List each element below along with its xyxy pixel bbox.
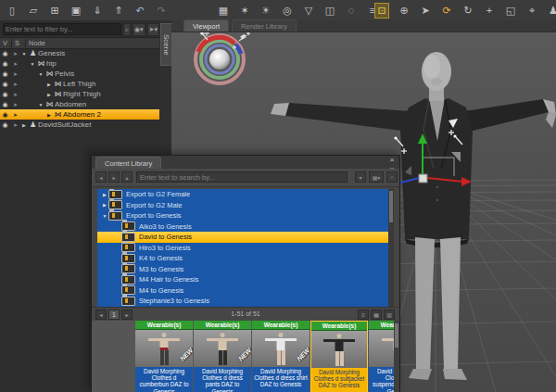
content-item[interactable]: Wearable(s)NEWDavid Morphing Clothes d c… (135, 321, 193, 392)
pointer-tool-icon[interactable]: ➤ (419, 4, 432, 18)
create-light-icon[interactable]: ✶ (238, 4, 251, 18)
figure-tool-icon[interactable]: ♟ (547, 4, 556, 18)
scene-node-hip[interactable]: ◉➤▼⋈hip (0, 58, 159, 69)
library-folder-stephanie3-to-genesis[interactable]: Stephanie3 to Genesis (97, 296, 388, 307)
library-folder-export-to-g2-female[interactable]: ▶Export to G2 Female (97, 189, 388, 200)
scene-search-icon[interactable]: ⌕ (123, 23, 131, 36)
pointer-icon[interactable]: ➤ (10, 121, 20, 128)
spotlight-icon[interactable]: ▽ (302, 4, 315, 18)
rotate-tool-icon[interactable]: ⟳ (440, 4, 453, 18)
pointer-icon[interactable]: ➤ (10, 50, 20, 57)
import-icon[interactable]: ⇓ (91, 4, 104, 18)
up-button[interactable]: ▴ (121, 171, 133, 183)
tab-viewport[interactable]: Viewport (183, 19, 229, 32)
library-folder-export-to-genesis[interactable]: ▼Export to Genesis (97, 210, 388, 221)
scene-node-davidsuitjacket[interactable]: ◉➤▶♟DavidSuitJacket (0, 120, 159, 130)
undo-icon[interactable]: ↶ (133, 4, 146, 18)
translate-tool-icon[interactable]: + (483, 4, 496, 18)
pointer-icon[interactable]: ➤ (10, 81, 20, 87)
eye-icon[interactable]: ◉ (0, 111, 10, 119)
library-folder-export-to-g2-male[interactable]: ▶Export to G2 Male (97, 200, 388, 211)
redo-icon[interactable]: ↷ (155, 4, 168, 18)
eye-icon[interactable]: ◉ (0, 50, 10, 57)
distant-light-icon[interactable]: ☀ (259, 4, 272, 18)
forward-button[interactable]: ▸ (108, 171, 120, 183)
column-selectable[interactable]: S (15, 39, 19, 47)
export-icon[interactable]: ⇑ (112, 4, 125, 18)
library-folder-david-to-genesis[interactable]: David to Genesis (97, 232, 388, 243)
expander-icon[interactable]: ▼ (37, 102, 44, 107)
scene-node-abdomen-2[interactable]: ◉➤▶⋈Abdomen 2 (0, 109, 159, 120)
new-file-icon[interactable]: ▯ (6, 4, 19, 18)
library-folder-k4-to-genesis[interactable]: K4 to Genesis (97, 253, 388, 264)
pointer-icon[interactable]: ➤ (10, 111, 20, 118)
create-camera-icon[interactable]: ▦ (217, 4, 230, 18)
eye-icon[interactable]: ◉ (0, 121, 10, 129)
grid-view-button[interactable]: ▦ (371, 310, 382, 320)
eye-icon[interactable]: ◉ (0, 81, 10, 88)
scene-node-abdomen[interactable]: ◉➤▼⋈Abdomen (0, 99, 159, 109)
library-folder-m4-hair-to-genesis[interactable]: M4 Hair to Genesis (97, 274, 388, 285)
content-item[interactable]: Wearable(s)NEWDavid Morphing Clothes d d… (194, 321, 251, 392)
geometry-selection-tool-icon[interactable]: ⊕ (398, 4, 411, 18)
scene-node-left-thigh[interactable]: ◉➤▶⋈Left Thigh (0, 79, 159, 89)
node-selection-tool-icon[interactable]: ⊡ (374, 3, 389, 19)
save-icon[interactable]: ▣ (70, 4, 82, 18)
merge-file-icon[interactable]: ⊞ (48, 4, 61, 18)
expander-icon[interactable]: ▼ (101, 213, 108, 219)
items-scrollbar[interactable] (394, 321, 399, 392)
expander-icon[interactable]: ▶ (45, 82, 53, 87)
library-folder-hiro3-to-genesis[interactable]: Hiro3 to Genesis (97, 243, 388, 254)
open-file-icon[interactable]: ▱ (27, 4, 40, 18)
filter-dropdown-icon[interactable]: ▾ (355, 171, 366, 183)
camera-icon[interactable]: ◫ (323, 4, 336, 18)
expander-icon[interactable]: ▼ (37, 71, 44, 77)
library-folder-m4-to-genesis[interactable]: M4 to Genesis (97, 285, 388, 297)
eye-icon[interactable]: ◉ (0, 91, 10, 98)
orbit-tool-icon[interactable]: ↻ (461, 4, 474, 18)
scale-tool-icon[interactable]: ◱ (504, 4, 517, 18)
visibility-options-button[interactable]: ◉▾ (133, 23, 145, 36)
pointer-icon[interactable]: ➤ (10, 91, 20, 97)
eye-icon[interactable]: ◉ (0, 70, 10, 78)
expander-icon[interactable]: ▶ (45, 112, 53, 118)
point-light-icon[interactable]: ◎ (281, 4, 294, 18)
library-folder-m3-to-genesis[interactable]: M3 to Genesis (97, 264, 388, 275)
expander-icon[interactable]: ▶ (20, 122, 28, 128)
view-options-icon[interactable]: ▦▾ (369, 171, 384, 183)
eye-icon[interactable]: ◉ (0, 101, 10, 108)
expander-icon[interactable]: ▶ (45, 92, 53, 97)
content-item[interactable]: Wearable(s)David Morphing Clothes d suit… (310, 321, 368, 392)
library-folder-aiko3-to-genesis[interactable]: Aiko3 to Genesis (97, 221, 388, 233)
content-item[interactable]: Wearable(s)NEWDavid Morphing Clothes d d… (252, 321, 310, 392)
tab-render-library[interactable]: Render Library (232, 19, 297, 32)
null-icon[interactable]: ◌ (345, 4, 358, 18)
view-orientation-gizmo[interactable] (196, 35, 244, 83)
expander-icon[interactable]: ▼ (29, 61, 36, 67)
column-visible[interactable]: V (3, 39, 7, 47)
scene-node-pelvis[interactable]: ◉➤▼⋈Pelvis (0, 69, 159, 79)
scene-node-right-thigh[interactable]: ◉➤▶⋈Right Thigh (0, 89, 159, 99)
expander-icon[interactable]: ▶ (101, 192, 108, 197)
content-search-input[interactable] (136, 171, 348, 183)
frame-tool-icon[interactable]: ⌖ (525, 4, 538, 18)
folder-icon (121, 233, 135, 242)
expander-icon[interactable]: ▼ (20, 51, 28, 57)
pointer-icon[interactable]: ➤ (10, 70, 20, 77)
close-icon[interactable]: × (387, 156, 397, 165)
tab-content-library[interactable]: Content Library (95, 157, 161, 169)
expander-icon[interactable]: ▶ (101, 202, 108, 208)
scene-filter-input[interactable] (3, 23, 121, 35)
sort-button[interactable]: ≡ (358, 310, 369, 320)
list-view-button[interactable]: ▥ (384, 310, 395, 320)
scene-node-genesis[interactable]: ◉➤▼♟Genesis (0, 48, 159, 58)
tree-scrollbar[interactable] (388, 189, 394, 307)
selection-options-button[interactable]: ➤▾ (147, 23, 159, 36)
back-button[interactable]: ◂ (95, 171, 107, 183)
pointer-icon[interactable]: ➤ (10, 101, 20, 107)
eye-icon[interactable]: ◉ (0, 60, 10, 68)
search-icon[interactable]: ⌕ (386, 171, 398, 183)
content-item[interactable]: Wearable(s)NEWDavid Morphing Clothes d s… (369, 321, 394, 392)
column-node[interactable]: Node (29, 39, 45, 47)
pointer-icon[interactable]: ➤ (10, 60, 20, 67)
